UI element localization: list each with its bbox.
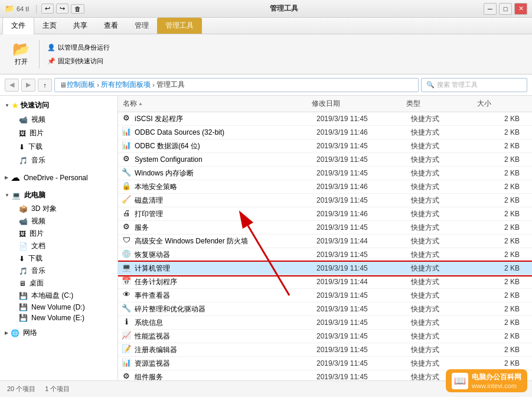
box3d-icon: 📦 [19, 205, 28, 213]
maximize-btn[interactable]: □ [499, 3, 512, 15]
network-chevron-icon: ▶ [5, 330, 8, 336]
table-row[interactable]: 💻 计算机管理 2019/3/19 11:45 快捷方式 2 KB [118, 262, 532, 275]
sidebar-quickaccess-header[interactable]: ▼ ★ 快速访问 [0, 98, 118, 113]
path-all-items[interactable]: 所有控制面板项 [101, 80, 151, 90]
sidebar-item-desktop[interactable]: 🖥桌面 [14, 277, 118, 289]
watermark-url: www.intevi.com [472, 382, 521, 389]
nav-up-btn[interactable]: ↑ [38, 79, 52, 92]
file-date: 2019/3/19 11:45 [312, 264, 406, 272]
sidebar-item-music1[interactable]: 🎵音乐 [14, 154, 118, 167]
drive-d-icon: 💾 [19, 303, 28, 311]
path-control-panel[interactable]: 控制面板 [67, 80, 95, 90]
file-type: 快捷方式 [406, 359, 477, 369]
close-btn[interactable]: ✕ [514, 3, 527, 15]
table-row[interactable]: 📝 注册表编辑器 2019/3/19 11:45 快捷方式 2 KB [118, 343, 532, 357]
video2-icon: 📹 [19, 217, 28, 226]
file-size: 2 KB [477, 115, 524, 123]
table-row[interactable]: ⚙ 服务 2019/3/19 11:45 快捷方式 2 KB [118, 221, 532, 235]
sidebar-item-videos2[interactable]: 📹视频 [14, 215, 118, 227]
table-row[interactable]: 📈 性能监视器 2019/3/19 11:45 快捷方式 2 KB [118, 330, 532, 343]
sidebar-item-videos1[interactable]: 📹视频 [14, 113, 118, 126]
table-row[interactable]: 🔧 Windows 内存诊断 2019/3/19 11:45 快捷方式 2 KB [118, 167, 532, 180]
file-date: 2019/3/19 11:44 [312, 278, 406, 286]
sidebar-item-docs[interactable]: 📄文档 [14, 240, 118, 252]
sidebar-item-3d[interactable]: 📦3D 对象 [14, 203, 118, 215]
sidebar-onedrive[interactable]: ▶ ☁ OneDrive - Personal [0, 170, 118, 186]
table-row[interactable]: 💿 恢复驱动器 2019/3/19 11:45 快捷方式 2 KB [118, 248, 532, 262]
music-icon: 🎵 [19, 157, 28, 165]
nav-back-btn[interactable]: ◀ [5, 79, 19, 92]
file-date: 2019/3/19 11:46 [312, 183, 406, 191]
quickaccess-label: 快速访问 [21, 100, 49, 110]
table-row[interactable]: 📊 资源监视器 2019/3/19 11:45 快捷方式 2 KB [118, 357, 532, 370]
file-type: 快捷方式 [406, 114, 477, 124]
file-name: 资源监视器 [135, 359, 312, 369]
nav-forward-btn[interactable]: ▶ [21, 79, 35, 92]
sidebar-network[interactable]: ▶ 🌐 网络 [0, 326, 118, 340]
file-size: 2 KB [477, 196, 524, 204]
file-date: 2019/3/19 11:45 [312, 305, 406, 313]
file-icon: ℹ [120, 317, 132, 328]
tab-share[interactable]: 共享 [65, 18, 96, 34]
delete-btn[interactable]: 🗑 [71, 4, 84, 14]
redo-btn[interactable]: ↪ [56, 4, 68, 14]
file-date: 2019/3/19 11:45 [312, 196, 406, 204]
table-row[interactable]: 📅 任务计划程序 2019/3/19 11:44 快捷方式 2 KB [118, 275, 532, 289]
file-date: 2019/3/19 11:44 [312, 237, 406, 245]
file-date: 2019/3/19 11:46 [312, 128, 406, 136]
file-date: 2019/3/19 11:45 [312, 223, 406, 232]
ribbon-btn-open[interactable]: 📂 打开 [7, 39, 35, 69]
pc-icon: 💻 [12, 191, 21, 200]
col-header-name[interactable]: 名称 ▲ [118, 97, 307, 110]
ribbon-btn-pin[interactable]: 📌 固定到快速访问 [43, 55, 114, 67]
chevron-down-icon2: ▼ [5, 193, 9, 198]
ribbon-btn-runas[interactable]: 👤 以管理员身份运行 [43, 41, 114, 54]
col-header-size: 大小 [472, 97, 520, 110]
sidebar-item-c[interactable]: 💾本地磁盘 (C:) [14, 289, 118, 302]
tab-manage-tools[interactable]: 管理工具 [157, 18, 202, 34]
table-row[interactable]: 🔒 本地安全策略 2019/3/19 11:46 快捷方式 2 KB [118, 180, 532, 194]
file-type: 快捷方式 [406, 168, 477, 178]
file-name: 事件查看器 [135, 291, 312, 301]
title-bar: 📁 64 tI | ↩ ↪ 🗑 管理工具 ─ □ ✕ [0, 0, 532, 18]
tab-view[interactable]: 查看 [96, 18, 126, 34]
table-row[interactable]: ℹ 系统信息 2019/3/19 11:45 快捷方式 2 KB [118, 316, 532, 330]
minimize-btn[interactable]: ─ [484, 3, 497, 15]
col-header-date[interactable]: 修改日期 [307, 97, 402, 110]
table-row[interactable]: 👁 事件查看器 2019/3/19 11:45 快捷方式 2 KB [118, 289, 532, 302]
address-path[interactable]: 🖥 控制面板 › 所有控制面板项 › 管理工具 [54, 78, 419, 92]
table-row[interactable]: 🖨 打印管理 2019/3/19 11:46 快捷方式 2 KB [118, 207, 532, 221]
sidebar-item-downloads1[interactable]: ⬇下载 [14, 140, 118, 154]
file-date: 2019/3/19 11:45 [312, 169, 406, 177]
sidebar-item-e[interactable]: 💾New Volume (E:) [14, 313, 118, 323]
sidebar-thispc-header[interactable]: ▼ 💻 此电脑 [0, 188, 118, 203]
chevron-down-icon: ▼ [5, 103, 9, 108]
sidebar-item-d[interactable]: 💾New Volume (D:) [14, 302, 118, 313]
table-row[interactable]: 🧹 磁盘清理 2019/3/19 11:45 快捷方式 2 KB [118, 194, 532, 207]
undo-btn[interactable]: ↩ [41, 4, 54, 14]
tab-manage[interactable]: 管理 [126, 18, 157, 34]
file-name: ODBC Data Sources (32-bit) [135, 128, 312, 136]
table-row[interactable]: 📊 ODBC 数据源(64 位) 2019/3/19 11:45 快捷方式 2 … [118, 139, 532, 153]
table-row[interactable]: ⚙ System Configuration 2019/3/19 11:45 快… [118, 153, 532, 167]
quickaccess-items: 📹视频 🖼图片 ⬇下载 🎵音乐 [0, 113, 118, 167]
table-row[interactable]: 🔧 碎片整理和优化驱动器 2019/3/19 11:45 快捷方式 2 KB [118, 302, 532, 316]
table-row[interactable]: 📊 ODBC Data Sources (32-bit) 2019/3/19 1… [118, 126, 532, 139]
sidebar-item-pictures2[interactable]: 🖼图片 [14, 227, 118, 240]
tab-file[interactable]: 文件 [2, 17, 34, 34]
file-type: 快捷方式 [406, 196, 477, 206]
sidebar-item-pictures1[interactable]: 🖼图片 [14, 126, 118, 140]
file-size: 2 KB [477, 128, 524, 136]
file-icon: 🖨 [120, 209, 132, 219]
file-size: 2 KB [477, 346, 524, 354]
search-box[interactable]: 🔍 搜索 管理工具 [421, 78, 527, 92]
table-row[interactable]: 🛡 高级安全 Windows Defender 防火墙 2019/3/19 11… [118, 235, 532, 248]
sort-arrow-icon: ▲ [138, 101, 143, 106]
file-size: 2 KB [477, 169, 524, 177]
ribbon-tabs: 文件 主页 共享 查看 管理 管理工具 [0, 18, 532, 34]
sidebar-item-music2[interactable]: 🎵音乐 [14, 265, 118, 277]
sidebar-item-downloads2[interactable]: ⬇下载 [14, 252, 118, 265]
file-type: 快捷方式 [406, 155, 477, 165]
tab-home[interactable]: 主页 [34, 18, 65, 34]
table-row[interactable]: ⚙ iSCSI 发起程序 2019/3/19 11:45 快捷方式 2 KB [118, 112, 532, 126]
